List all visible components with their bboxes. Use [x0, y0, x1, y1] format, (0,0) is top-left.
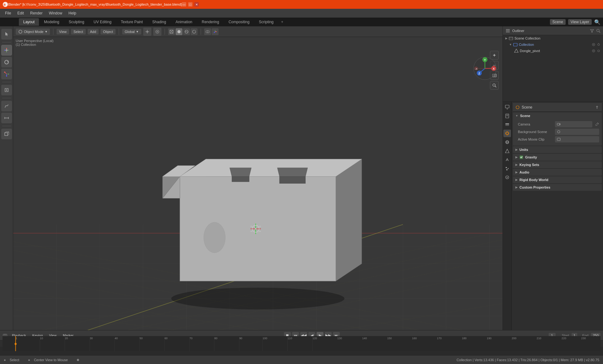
- outliner-search-icon[interactable]: [596, 29, 600, 33]
- units-section-header[interactable]: ▶ Units: [513, 146, 602, 153]
- active-movie-clip-value[interactable]: [555, 136, 599, 142]
- tool-add-cube[interactable]: [1, 129, 12, 139]
- svg-text:10: 10: [40, 337, 43, 340]
- minimize-button[interactable]: —: [182, 2, 186, 7]
- solid-shading-button[interactable]: [176, 28, 182, 35]
- svg-rect-121: [506, 29, 510, 30]
- collection-arrow-icon: ▶: [505, 37, 508, 40]
- camera-value[interactable]: [555, 121, 592, 127]
- svg-point-159: [507, 177, 508, 178]
- collection-icon: [513, 42, 518, 47]
- modifier-props-button[interactable]: [503, 156, 511, 163]
- output-props-button[interactable]: [503, 112, 511, 120]
- snap-button[interactable]: [143, 28, 151, 36]
- tab-uv-editing[interactable]: UV Editing: [89, 18, 116, 26]
- tab-shading[interactable]: Shading: [148, 18, 171, 26]
- object-mode-button[interactable]: Object Mode ▼: [16, 29, 50, 35]
- view-layer-props-button[interactable]: [503, 121, 511, 128]
- toolbar-separator-4: [2, 126, 11, 126]
- tab-layout[interactable]: Layout: [19, 18, 39, 26]
- render-visibility-icon[interactable]: [597, 43, 600, 46]
- tool-scale[interactable]: [1, 69, 12, 79]
- tool-cursor[interactable]: [1, 29, 12, 40]
- background-scene-value[interactable]: [555, 129, 599, 135]
- title-bar: B Blender* [k:\!!conv_3\25\Bluetooth_Don…: [0, 0, 603, 9]
- svg-point-135: [593, 51, 594, 51]
- tab-compositing[interactable]: Compositing: [224, 18, 254, 26]
- add-workspace-button[interactable]: +: [279, 19, 286, 25]
- svg-text:110: 110: [287, 337, 292, 340]
- menu-render[interactable]: Render: [28, 10, 45, 16]
- scene-section-header[interactable]: ▼ Scene: [513, 112, 602, 119]
- tab-modeling[interactable]: Modeling: [40, 18, 64, 26]
- proportional-edit-button[interactable]: [153, 28, 161, 36]
- menu-help[interactable]: Help: [66, 10, 79, 16]
- object-props-button[interactable]: [503, 147, 511, 155]
- visibility-icon[interactable]: [592, 43, 595, 46]
- gravity-checkbox-icon[interactable]: [519, 155, 523, 159]
- svg-rect-163: [557, 123, 560, 125]
- tool-move[interactable]: [1, 45, 12, 56]
- panel-pin-icon[interactable]: [595, 105, 599, 110]
- camera-edit-icon[interactable]: [595, 122, 599, 126]
- viewport-canvas[interactable]: X Y Z -X: [13, 37, 503, 355]
- tool-measure[interactable]: [1, 113, 12, 123]
- view-layer-selector[interactable]: View Layer: [568, 19, 592, 25]
- maximize-button[interactable]: □: [188, 2, 193, 7]
- svg-text:30: 30: [90, 337, 93, 340]
- navigation-gizmo[interactable]: X Y Z -X: [472, 56, 497, 81]
- view-menu-button[interactable]: View: [57, 29, 69, 35]
- object-menu-button[interactable]: Object: [100, 29, 116, 35]
- menu-window[interactable]: Window: [46, 10, 65, 16]
- tool-rotate[interactable]: [1, 57, 12, 67]
- audio-section-header[interactable]: ▶ Audio: [513, 169, 602, 176]
- tab-scripting[interactable]: Scripting: [254, 18, 278, 26]
- outliner-item-collection[interactable]: ▼ Collection: [503, 41, 603, 48]
- gizmo-button[interactable]: [212, 28, 219, 35]
- timeline-ruler[interactable]: 1 10 20 30 40 50 60 70 80 90 100 110 120…: [0, 340, 603, 347]
- menu-file[interactable]: File: [3, 10, 14, 16]
- scene-selector[interactable]: Scene: [550, 19, 566, 25]
- bg-scene-icon: [557, 130, 561, 134]
- rigid-body-world-header[interactable]: ▶ Rigid Body World: [513, 176, 602, 183]
- world-props-button[interactable]: [503, 138, 511, 146]
- custom-props-header[interactable]: ▶ Custom Properties: [513, 184, 602, 191]
- material-shading-button[interactable]: [183, 28, 190, 35]
- scene-props-button[interactable]: [503, 130, 511, 137]
- particles-props-button[interactable]: [503, 165, 511, 172]
- scene-section-chevron: ▼: [515, 114, 518, 117]
- outliner-item-dongle-pivot[interactable]: Dongle_pivot: [503, 48, 603, 54]
- viewport[interactable]: Object Mode ▼ View Select Add Object Glo…: [13, 26, 503, 355]
- object-render-icon[interactable]: [597, 49, 600, 53]
- global-local-button[interactable]: Global ▼: [122, 29, 141, 35]
- close-button[interactable]: ✕: [194, 2, 199, 7]
- select-menu-button[interactable]: Select: [71, 29, 86, 35]
- render-props-button[interactable]: [503, 103, 511, 111]
- tab-animation[interactable]: Animation: [171, 18, 197, 26]
- outliner-item-scene-collection[interactable]: ▶ Scene Collection: [503, 35, 603, 41]
- tool-annotate[interactable]: [1, 101, 12, 111]
- tab-texture-paint[interactable]: Texture Paint: [117, 18, 147, 26]
- gravity-section-header[interactable]: ▶ Gravity: [513, 154, 602, 161]
- tab-rendering[interactable]: Rendering: [197, 18, 223, 26]
- object-visibility-icon[interactable]: [592, 49, 595, 53]
- keying-sets-header[interactable]: ▶ Keying Sets: [513, 161, 602, 168]
- physics-props-button[interactable]: [503, 174, 511, 181]
- camera-row: Camera: [518, 120, 599, 128]
- svg-line-120: [495, 86, 496, 87]
- svg-marker-153: [505, 149, 509, 153]
- svg-point-8: [5, 60, 8, 64]
- right-panel: Outliner ▶ Scene Collection ▼ Collection: [503, 26, 603, 355]
- add-menu-button[interactable]: Add: [88, 29, 99, 35]
- menu-edit[interactable]: Edit: [15, 10, 26, 16]
- svg-marker-83: [180, 159, 362, 177]
- search-icon[interactable]: 🔍: [594, 19, 600, 25]
- vp-search-button[interactable]: [490, 81, 499, 90]
- wireframe-shading-button[interactable]: [168, 28, 175, 35]
- overlay-button[interactable]: [204, 28, 211, 35]
- tab-sculpting[interactable]: Sculpting: [64, 18, 89, 26]
- tool-transform[interactable]: [1, 85, 12, 95]
- rendered-shading-button[interactable]: [191, 28, 198, 35]
- blender-logo-icon: B: [3, 2, 8, 7]
- outliner-filter-icon[interactable]: [590, 29, 594, 33]
